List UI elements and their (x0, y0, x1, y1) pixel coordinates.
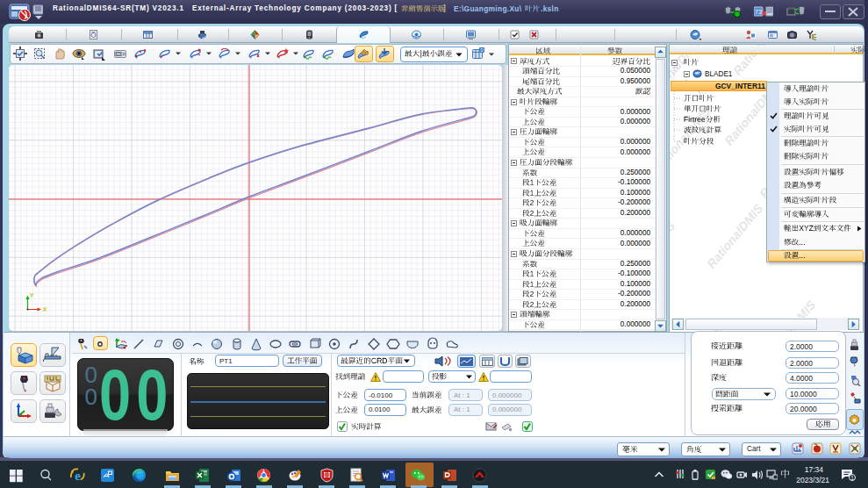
svg-text:1: 1 (850, 475, 854, 481)
svg-text:Y: Y (30, 291, 34, 299)
svg-text:e: e (75, 469, 81, 483)
svg-text:X: X (43, 305, 47, 313)
svg-text:D: D (480, 47, 484, 53)
svg-text:73: 73 (755, 9, 762, 15)
